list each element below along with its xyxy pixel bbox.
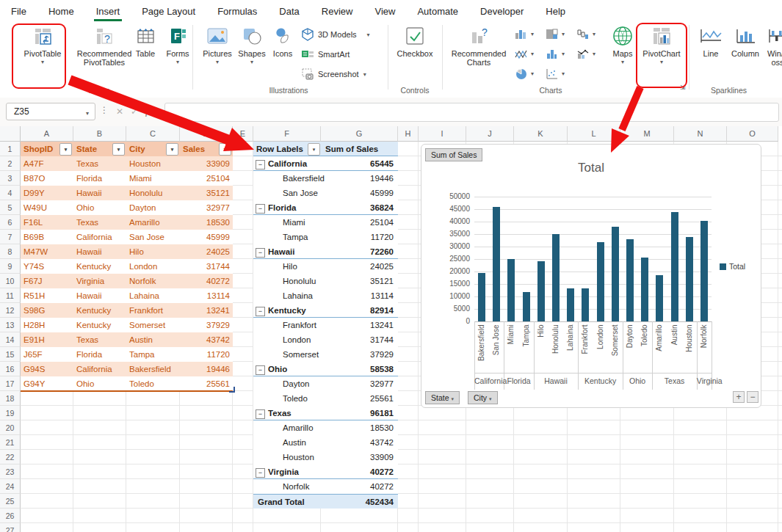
- pivot-row-city[interactable]: Miami25104: [253, 215, 398, 230]
- pie-chart-button[interactable]: ▾: [514, 68, 534, 80]
- row-header-11[interactable]: 11: [0, 288, 21, 303]
- column-header-J[interactable]: J: [466, 126, 514, 142]
- cell[interactable]: Toledo: [126, 376, 180, 391]
- chart-bar[interactable]: [656, 275, 663, 321]
- cell[interactable]: Texas: [73, 215, 126, 230]
- pivot-row-city[interactable]: Lahaina13114: [253, 288, 398, 303]
- ribbon-tab-review[interactable]: Review: [311, 1, 364, 21]
- collapse-icon[interactable]: −: [256, 160, 265, 170]
- chart-field-button-city[interactable]: City ▾: [468, 391, 498, 404]
- chart-bar[interactable]: [567, 288, 574, 321]
- waterfall-chart-button[interactable]: ▾: [576, 28, 595, 40]
- cell[interactable]: 11720: [180, 347, 233, 362]
- filter-dropdown-icon[interactable]: ▾: [112, 143, 125, 156]
- column-header-A[interactable]: A: [21, 126, 73, 142]
- row-header-19[interactable]: 19: [0, 406, 21, 420]
- ribbon-tab-developer[interactable]: Developer: [469, 1, 535, 21]
- row-header-10[interactable]: 10: [0, 274, 21, 288]
- sparkline-winloss-button[interactable]: Win/Loss: [765, 25, 782, 67]
- cell[interactable]: Frankfort: [126, 303, 180, 318]
- cancel-icon[interactable]: ✕: [116, 106, 123, 117]
- select-all-corner[interactable]: [0, 126, 21, 142]
- column-header-G[interactable]: G: [321, 126, 398, 142]
- cell[interactable]: Hilo: [126, 244, 180, 259]
- row-header-9[interactable]: 9: [0, 259, 21, 274]
- histogram-chart-button[interactable]: ▾: [545, 48, 565, 60]
- chart-bar[interactable]: [478, 273, 485, 321]
- cell[interactable]: 13114: [180, 288, 233, 303]
- cell[interactable]: A47F: [21, 156, 73, 171]
- chart-bar[interactable]: [493, 207, 500, 321]
- cell[interactable]: Y74S: [21, 259, 73, 274]
- cell[interactable]: Hawaii: [73, 186, 126, 200]
- pivot-row-city[interactable]: Tampa11720: [253, 230, 398, 244]
- row-header-18[interactable]: 18: [0, 391, 21, 406]
- row-header-4[interactable]: 4: [0, 186, 21, 200]
- cell[interactable]: Honolulu: [126, 186, 180, 200]
- chart-bar[interactable]: [523, 292, 530, 321]
- collapse-icon[interactable]: −: [256, 204, 265, 214]
- row-header-17[interactable]: 17: [0, 376, 21, 391]
- chart-bar[interactable]: [612, 227, 619, 321]
- cell[interactable]: Texas: [73, 332, 126, 347]
- pivot-row-city[interactable]: Dayton32977: [253, 376, 398, 391]
- cell[interactable]: M47W: [21, 244, 73, 259]
- column-header-F[interactable]: F: [253, 126, 321, 142]
- insert-function-icon[interactable]: fx: [145, 106, 153, 117]
- cell[interactable]: G94S: [21, 362, 73, 376]
- row-header-2[interactable]: 2: [0, 156, 21, 171]
- enter-icon[interactable]: ✓: [131, 106, 138, 117]
- collapse-icon[interactable]: −: [256, 248, 265, 258]
- ribbon-tab-view[interactable]: View: [363, 1, 406, 21]
- chart-bar[interactable]: [700, 221, 708, 321]
- cell[interactable]: G94Y: [21, 376, 73, 391]
- cell[interactable]: B69B: [21, 230, 73, 244]
- row-header-27[interactable]: 27: [0, 523, 21, 532]
- cell[interactable]: 18530: [180, 215, 233, 230]
- sparkline-line-button[interactable]: Line: [695, 25, 727, 58]
- cell[interactable]: H28H: [21, 318, 73, 332]
- pivot-chart[interactable]: Sum of Sales Total 050001000015000200002…: [421, 144, 761, 408]
- cell[interactable]: Ohio: [73, 200, 126, 215]
- ribbon-tab-help[interactable]: Help: [535, 1, 576, 21]
- pivot-row-city[interactable]: Houston33909: [253, 450, 398, 464]
- row-header-22[interactable]: 22: [0, 450, 21, 464]
- cell[interactable]: California: [73, 230, 126, 244]
- row-header-3[interactable]: 3: [0, 171, 21, 186]
- column-header-N[interactable]: N: [674, 126, 727, 142]
- cell[interactable]: J65F: [21, 347, 73, 362]
- pivot-row-state[interactable]: −Kentucky82914: [253, 303, 398, 318]
- name-box[interactable]: Z35 ▾: [6, 103, 95, 120]
- chart-field-button-state[interactable]: State ▾: [425, 391, 460, 404]
- column-chart-button[interactable]: ▾: [514, 28, 534, 40]
- cell[interactable]: Florida: [73, 347, 126, 362]
- cell[interactable]: Austin: [126, 332, 180, 347]
- pivot-row-city[interactable]: Bakersfield19446: [253, 171, 398, 186]
- collapse-icon[interactable]: −: [256, 365, 265, 375]
- cell[interactable]: Hawaii: [73, 244, 126, 259]
- recommended-charts-button[interactable]: ? Recommended Charts: [449, 25, 508, 67]
- pivot-row-state[interactable]: −Virginia40272: [253, 464, 398, 479]
- chart-bar[interactable]: [537, 261, 545, 321]
- collapse-icon[interactable]: −: [256, 307, 265, 316]
- maps-button[interactable]: Maps ▾: [607, 25, 639, 65]
- cell[interactable]: 32977: [180, 200, 233, 215]
- smartart-button[interactable]: SmartArt: [301, 48, 350, 61]
- cell[interactable]: F67J: [21, 274, 73, 288]
- row-header-14[interactable]: 14: [0, 332, 21, 347]
- row-header-5[interactable]: 5: [0, 200, 21, 215]
- filter-dropdown-icon[interactable]: ▾: [59, 143, 72, 156]
- cell[interactable]: Kentucky: [73, 303, 126, 318]
- table-button[interactable]: Table: [129, 25, 162, 58]
- cell[interactable]: Florida: [73, 171, 126, 186]
- cell[interactable]: 33909: [180, 156, 233, 171]
- chart-bar[interactable]: [552, 234, 560, 321]
- pivot-row-city[interactable]: Austin43742: [253, 435, 398, 450]
- chart-collapse-button[interactable]: −: [747, 391, 759, 403]
- row-header-8[interactable]: 8: [0, 244, 21, 259]
- cell[interactable]: 19446: [180, 362, 233, 376]
- cell[interactable]: Bakersfield: [126, 362, 180, 376]
- pivot-row-city[interactable]: Toledo25561: [253, 391, 398, 406]
- cell[interactable]: 37929: [180, 318, 233, 332]
- chart-bar[interactable]: [597, 242, 604, 321]
